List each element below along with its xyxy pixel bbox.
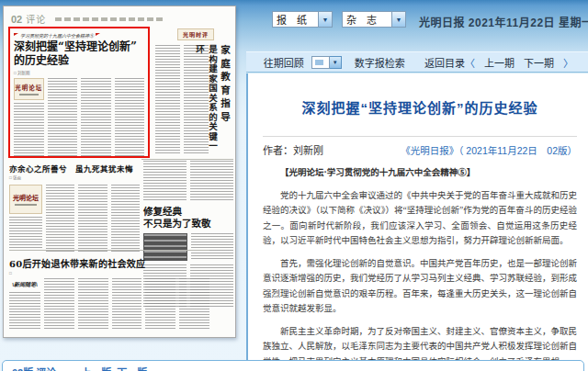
simulated-text-column [179,278,209,330]
simulated-text-column [46,185,74,253]
middle-article: 亦余心之所善兮 虽九死其犹未悔 □ 张焱 光明论坛 [9,163,140,249]
middle-first-column: 光明论坛 [9,185,42,253]
article-eyebrow: 学习贯彻党的十九届六中全会精神⑤ [14,31,144,39]
paper-select-value: 报 纸 [273,12,318,27]
featured-headline-line1: 深刻把握“坚持理论创新” [14,40,144,54]
vertical-headline: 家庭教育指导 是构建家国关系的关键一环 [193,45,232,155]
page-section: 评论 [26,12,46,26]
next-bracket-icon[interactable]: 〉 [563,55,573,70]
article-meta-row: 作者：刘新刚 《光明日报》（ 2021年11月22日 02版） [263,142,577,157]
vertical-headline-main: 家庭教育指导 [219,45,232,155]
past-issues-link[interactable]: 往期回顾 [264,55,304,70]
column-tag: 【光明论坛·学习贯彻党的十九届六中全会精神⑤】 [263,165,577,181]
featured-headline: 深刻把握“坚持理论创新” 的历史经验 [14,40,144,68]
article-content-panel: 深刻把握“坚持理论创新”的历史经验 作者：刘新刚 《光明日报》（ 2021年11… [246,73,588,371]
bottom-article: 60后开始退休带来新的社会效应 □ \新闻随笔\ [9,253,209,335]
chevron-down-icon[interactable]: ▼ [318,12,332,27]
simulated-text-column [111,185,140,253]
magazine-select-dropdown[interactable]: 杂 志 ▼ [342,11,406,28]
right-headline-line1: 修复经典 [143,206,233,218]
simulated-text-column [14,103,44,157]
featured-article-highlight[interactable]: 学习贯彻党的十九届六中全会精神⑤ 深刻把握“坚持理论创新” 的历史经验 □ 刘新… [8,27,150,158]
issue-date-picker[interactable]: ▼ [311,56,342,69]
next-issue-link[interactable]: 下一期 [524,55,554,70]
guangming-forum-stamp: 光明论坛 [9,185,42,214]
middle-byline: □ 张焱 [9,174,140,180]
article-paragraph: 党的十九届六中全会审议通过的《中共中央关于党的百年奋斗重大成就和历史经验的决议》… [263,188,577,249]
stamp-label: 光明论坛 [15,83,42,92]
flag-icon [96,33,100,38]
featured-first-column: 光明论坛 [14,78,44,157]
simulated-text-column [143,161,187,201]
flag-icon [14,33,18,38]
page-meta-text [55,17,164,21]
issue-nav-group: 〈 上一期 下一期 〉 [465,55,588,70]
title-divider [263,136,577,137]
page-number: 02 [11,14,22,25]
article-body: 【光明论坛·学习贯彻党的十九届六中全会精神⑤】 党的十九届六中全会审议通过的《中… [263,165,577,369]
chevron-down-icon[interactable]: ▼ [391,12,405,27]
reader-toolbar: 往期回顾 ▼ 数字报检索 返回目录 〈 上一期 下一期 〉 [246,51,588,73]
article-paragraph: 首先，需强化理论创新的自觉意识。中国共产党百年历史，也是一部理论创新意识逐渐增强… [263,256,577,317]
magazine-select-value: 杂 志 [343,12,391,27]
simulated-text-column [78,278,108,330]
reader-header: 报 纸 ▼ 杂 志 ▼ 光明日报 2021年11月22日 星期一 [246,0,588,51]
middle-article-body: 光明论坛 [9,185,140,253]
featured-headline-line2: 的历史经验 [14,54,144,68]
simulated-text-column [155,45,180,153]
simulated-text-column [145,278,175,330]
masthead-date-line: 光明日报 2021年11月22日 星期一 [419,14,588,29]
page-info: 02版 评论 [12,365,56,371]
paper-select-dropdown[interactable]: 报 纸 ▼ [272,11,333,28]
stamp-label: 光明论坛 [13,193,39,202]
article-author: 作者：刘新刚 [263,142,323,157]
featured-byline: □ 刘新刚 [14,70,144,75]
next-page-link[interactable]: 下一版 [117,365,147,371]
simulated-text-column [44,278,74,330]
stamp-subline [15,204,37,206]
simulated-text-column [112,278,142,330]
stamp-label: 光明时评 [183,30,209,39]
guangming-comment-stamp: 光明时评 [177,28,214,40]
page-header: 02 评论 [11,12,164,26]
article-source[interactable]: 《光明日报》（ 2021年11月22日 02版） [401,143,577,157]
featured-body-columns: 光明论坛 [14,78,144,157]
article-title: 深刻把握“坚持理论创新”的历史经验 [263,97,577,117]
simulated-text-column [9,292,40,330]
bottom-byline: □ [9,271,209,275]
date-picker-field[interactable] [311,56,330,69]
digital-search-link[interactable]: 数字报检索 [355,55,405,70]
guangming-forum-stamp: 光明论坛 [14,78,44,100]
stamp-subline [19,94,39,96]
column-divider [141,159,233,160]
simulated-text-column [115,78,145,157]
newspaper-page-thumbnail[interactable]: 02 评论 学习贯彻党的十九届六中全会精神⑤ 深刻把握“坚持理论创新” 的历史经… [3,6,236,338]
bottom-article-body: \新闻随笔\ [9,278,209,330]
page-nav-bar: 02版 评论 ◆ 上一版 下一版 ◆ [2,360,584,371]
chevron-down-icon[interactable]: ▼ [330,56,342,69]
bottom-first-column: \新闻随笔\ [9,278,40,330]
vertical-headline-sub: 是构建家国关系的关键一环 [193,45,219,155]
page-nav-links: ◆ 上一版 下一版 ◆ [69,365,159,371]
right-headline-line2: 不只是为了致敬 [143,218,233,230]
simulated-text-column [9,217,42,253]
prev-issue-link[interactable]: 上一期 [484,55,514,70]
eyebrow-text: 学习贯彻党的十九届六中全会精神⑤ [20,32,94,39]
prev-page-link[interactable]: 上一版 [81,365,111,371]
column-divider [9,250,209,251]
simulated-text-column [81,78,111,157]
bottom-headline: 60后开始退休带来新的社会效应 [9,256,209,270]
simulated-text-column [78,185,107,253]
author-label: 作者： [263,145,293,156]
top-right-article: 光明时评 家庭教育指导 是构建家国关系的关键一环 [153,27,232,157]
right-article-headline: 修复经典 不只是为了致敬 [143,206,233,230]
middle-headline: 亦余心之所善兮 虽九死其犹未悔 [9,163,140,174]
simulated-text-columns [143,161,233,201]
news-note-stamp: \新闻随笔\ [9,278,40,289]
simulated-text-column [190,161,233,201]
simulated-text-column [48,78,78,157]
author-name: 刘新刚 [293,145,323,156]
back-to-toc-link[interactable]: 返回目录 [424,55,465,70]
prev-bracket-icon[interactable]: 〈 [465,55,475,70]
